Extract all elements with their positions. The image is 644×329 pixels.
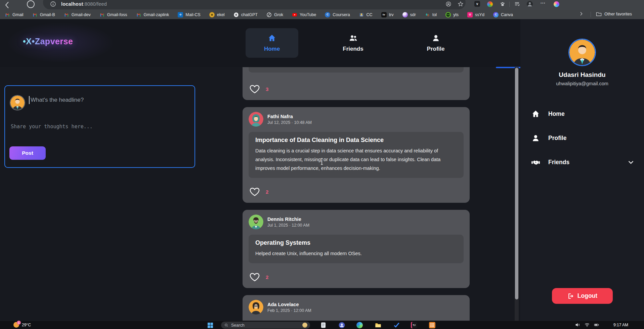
extension-v-icon[interactable]: v xyxy=(474,1,480,7)
magenta-u-favicon-icon: U xyxy=(467,12,473,17)
battery-tray-icon[interactable] xyxy=(594,322,599,327)
bookmark-item[interactable]: oMail-CS xyxy=(178,12,200,17)
back-button[interactable] xyxy=(3,1,11,9)
like-button[interactable] xyxy=(249,271,261,283)
screen: localhost:8080/feed v ⋯ GmailGmail-BGmai… xyxy=(0,0,644,329)
like-count: 2 xyxy=(266,274,268,280)
taskbar-search[interactable]: Search xyxy=(221,322,310,329)
bookmark-item[interactable]: YouTube xyxy=(292,12,316,17)
bookmark-item[interactable]: Gmail xyxy=(5,12,24,17)
bookmark-item[interactable]: tvtrv xyxy=(381,12,394,17)
post-button[interactable]: Post xyxy=(9,146,46,160)
site-info-icon[interactable] xyxy=(50,1,56,7)
post-avatar xyxy=(249,112,263,127)
post-meta: Fathi NafraJul 12, 2025 · 10:48 AM xyxy=(267,114,312,125)
search-placeholder: Search xyxy=(231,323,300,328)
sidebar-item-home[interactable]: Home xyxy=(520,106,644,121)
extension-wheel-icon[interactable] xyxy=(487,1,493,7)
bookmark-item[interactable]: Grok xyxy=(266,12,283,17)
tab-friends-label: Friends xyxy=(343,46,363,52)
bookmarks-overflow-chevron[interactable] xyxy=(578,11,584,16)
gmail-favicon-icon xyxy=(99,12,105,17)
outlook-favicon-icon: o xyxy=(178,12,183,17)
browser-menu-icon[interactable]: ⋯ xyxy=(540,0,546,6)
other-favorites-label: Other favorites xyxy=(604,12,632,16)
like-button[interactable] xyxy=(249,83,261,95)
volume-tray-icon[interactable] xyxy=(575,322,580,327)
yts-favicon-icon: YTS xyxy=(445,12,451,17)
post-meta: Ada LovelaceFeb 1, 2025 · 12:00 AM xyxy=(267,302,311,313)
taskbar-clock[interactable]: 9:17 AM xyxy=(601,323,628,327)
network-tray-icon[interactable] xyxy=(585,322,590,327)
bookmark-item[interactable]: CC xyxy=(359,12,373,17)
thoughts-input[interactable]: Share your thoughts here... xyxy=(11,124,93,130)
reload-button[interactable] xyxy=(27,0,35,8)
heart-icon xyxy=(249,84,260,94)
teams-taskbar-icon[interactable] xyxy=(339,322,345,328)
url-text[interactable]: localhost:8080/feed xyxy=(61,1,107,7)
bookmark-item[interactable]: tol xyxy=(425,12,437,17)
user-email: uhwalipitiya@gmail.com xyxy=(520,81,644,86)
weather-sun-icon: 1 xyxy=(13,322,19,328)
handshake-icon xyxy=(531,158,540,167)
bookmark-item[interactable]: Gmail-foss xyxy=(99,12,127,17)
like-count: 3 xyxy=(266,86,268,92)
bookmark-item[interactable]: CCoursera xyxy=(325,12,350,17)
sidebar-item-profile[interactable]: Profile xyxy=(520,131,644,145)
bookmark-item[interactable]: YTSyts xyxy=(445,12,459,17)
extension-paw-icon[interactable] xyxy=(500,1,506,7)
browser-profile-avatar[interactable] xyxy=(527,1,533,7)
sidebar-item-friends[interactable]: Friends xyxy=(520,155,644,170)
sidebar-item-label: Friends xyxy=(548,159,569,166)
feed: 3Fathi NafraJul 12, 2025 · 10:48 AMImpor… xyxy=(243,67,470,321)
ide-taskbar-icon[interactable]: TJ xyxy=(411,322,417,328)
bookmark-item[interactable]: CCanva xyxy=(493,12,513,17)
post-meta: Dennis RitchieJul 1, 2025 · 12:00 AM xyxy=(267,217,309,228)
bookmark-label: yts xyxy=(453,12,459,17)
headline-input[interactable]: What's the headline? xyxy=(31,97,84,103)
tv-favicon-icon: tv xyxy=(381,12,387,17)
like-row: 2 xyxy=(249,185,464,198)
favorite-star-icon[interactable] xyxy=(458,1,464,7)
vs-check-taskbar-icon[interactable] xyxy=(393,322,400,328)
bookmark-item[interactable]: ekel xyxy=(209,12,225,17)
bookmark-item[interactable]: sdr xyxy=(402,12,416,17)
post-timestamp: Jul 1, 2025 · 12:00 AM xyxy=(267,223,309,228)
chevron-down-icon[interactable] xyxy=(627,158,635,166)
tab-friends[interactable]: Friends xyxy=(333,28,373,58)
other-favorites-button[interactable]: Other favorites xyxy=(596,11,632,16)
openai-favicon-icon xyxy=(233,12,239,17)
folder-icon xyxy=(596,11,602,16)
feed-scrollbar-thumb[interactable] xyxy=(515,68,518,299)
edge-taskbar-icon[interactable] xyxy=(356,322,363,328)
heart-icon xyxy=(249,272,260,282)
bookmark-label: chatGPT xyxy=(241,12,258,17)
launcher-taskbar-icon[interactable] xyxy=(429,322,435,328)
bookmark-item[interactable]: chatGPT xyxy=(233,12,258,17)
gmail-favicon-icon xyxy=(32,12,38,17)
notepad-taskbar-icon[interactable] xyxy=(320,322,327,328)
like-button[interactable] xyxy=(249,185,261,198)
tab-profile-label: Profile xyxy=(427,46,445,52)
feed-scrollbar[interactable] xyxy=(515,67,519,321)
start-button[interactable] xyxy=(207,322,213,328)
system-tray[interactable] xyxy=(575,322,599,327)
post-timestamp: Feb 1, 2025 · 12:00 AM xyxy=(267,308,311,313)
post-title: Operating Systems xyxy=(255,239,457,246)
logout-button[interactable]: Logout xyxy=(552,288,613,304)
bookmark-item[interactable]: UssYd xyxy=(467,12,484,17)
copilot-icon[interactable] xyxy=(554,1,559,7)
taskbar-weather[interactable]: 1 29°C xyxy=(13,322,31,328)
post-composer: What's the headline? Share your thoughts… xyxy=(4,85,195,168)
reading-list-icon[interactable] xyxy=(514,1,520,7)
file-explorer-taskbar-icon[interactable] xyxy=(375,322,381,328)
persona-icon[interactable] xyxy=(445,1,452,7)
bookmark-label: Canva xyxy=(501,12,513,17)
bookmark-item[interactable]: Gmail-dev xyxy=(64,12,91,17)
tab-profile[interactable]: Profile xyxy=(417,28,454,58)
app-logo[interactable]: •X•Zapverse xyxy=(23,37,73,46)
bookmark-item[interactable]: Gmail-zaplink xyxy=(136,12,169,17)
post-content-fragment xyxy=(249,67,464,73)
bookmark-item[interactable]: Gmail-B xyxy=(32,12,55,17)
tab-home[interactable]: Home xyxy=(246,28,298,58)
